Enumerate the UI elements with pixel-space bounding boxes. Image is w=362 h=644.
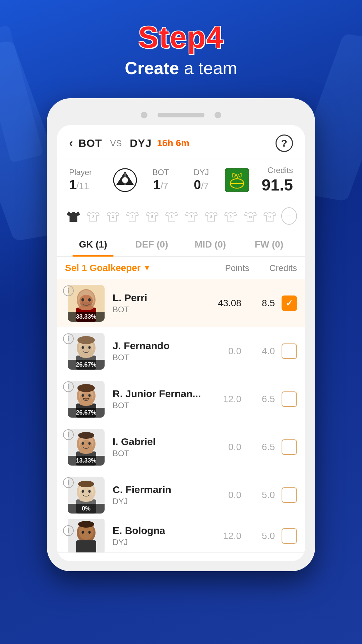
info-icon[interactable]: i <box>63 525 74 536</box>
svg-point-35 <box>79 353 93 358</box>
percentage-badge: 26.67% <box>68 408 105 418</box>
svg-text:2: 2 <box>92 215 94 219</box>
phone-mockup: ‹ BOT VS DYJ 16h 6m ? Player 1/11 <box>47 98 315 571</box>
credits-stat: Credits 91.5 <box>252 166 293 194</box>
svg-point-72 <box>78 521 94 528</box>
header-left: ‹ BOT VS DYJ 16h 6m <box>69 136 189 150</box>
filter-dropdown[interactable]: Sel 1 Goalkeeper ▼ <box>65 263 150 273</box>
player-credits: 6.5 <box>248 394 275 405</box>
player-checkbox[interactable] <box>282 391 297 407</box>
player-info: L. Perri BOT <box>113 292 201 314</box>
tab-gk[interactable]: GK (1) <box>64 231 122 256</box>
player-checkbox[interactable]: ✓ <box>282 296 297 311</box>
phone-screen: ‹ BOT VS DYJ 16h 6m ? Player 1/11 <box>57 125 305 561</box>
player-checkbox[interactable] <box>282 343 297 359</box>
column-headers: Points Credits <box>225 263 297 273</box>
jersey-remove-button[interactable]: − <box>281 207 297 225</box>
info-icon[interactable]: i <box>63 477 74 488</box>
player-info: I. Gabriel BOT <box>113 436 201 458</box>
jersey-3[interactable]: 3 <box>104 207 121 225</box>
player-row[interactable]: i E. Bologna <box>57 519 305 553</box>
filter-arrow-icon: ▼ <box>143 264 151 272</box>
info-icon[interactable]: i <box>63 429 74 440</box>
player-row[interactable]: i <box>57 375 305 423</box>
svg-point-71 <box>88 531 91 534</box>
bot-stat: BOT 1/7 <box>140 168 181 192</box>
player-team: BOT <box>113 353 201 362</box>
player-value: 1/11 <box>69 178 89 192</box>
svg-point-47 <box>77 384 95 392</box>
phone-notch <box>57 108 305 125</box>
svg-text:3: 3 <box>112 215 114 219</box>
jersey-8[interactable]: 8 <box>202 207 220 225</box>
svg-point-46 <box>88 394 91 397</box>
dyj-logo: DyJ <box>225 168 249 192</box>
player-name: I. Gabriel <box>113 436 201 447</box>
tab-def[interactable]: DEF (0) <box>122 231 181 256</box>
match-time: 16h 6m <box>157 138 189 149</box>
svg-point-38 <box>77 336 95 344</box>
step-title: Step4 <box>138 20 224 55</box>
svg-point-54 <box>82 442 84 445</box>
vs-label: VS <box>110 138 122 149</box>
info-icon[interactable]: i <box>63 285 74 296</box>
info-icon[interactable]: i <box>63 381 74 392</box>
help-button[interactable]: ? <box>276 135 293 152</box>
svg-text:5: 5 <box>151 215 153 219</box>
jersey-10[interactable]: 10 <box>242 207 259 225</box>
svg-rect-69 <box>76 540 96 553</box>
filter-row: Sel 1 Goalkeeper ▼ Points Credits <box>57 257 305 279</box>
team2-label: DYJ <box>130 137 152 150</box>
player-team: BOT <box>113 305 201 314</box>
svg-point-62 <box>79 497 93 502</box>
svg-text:6: 6 <box>171 215 173 219</box>
svg-point-70 <box>82 531 84 534</box>
player-points: 0.0 <box>201 442 241 452</box>
percentage-badge: 33.33% <box>68 312 105 322</box>
player-credits: 6.5 <box>248 442 275 452</box>
player-avatar <box>68 519 105 553</box>
player-row[interactable]: i <box>57 327 305 375</box>
credits-label: Credits <box>267 166 293 175</box>
player-row[interactable]: i <box>57 471 305 519</box>
svg-point-27 <box>81 298 84 302</box>
info-icon[interactable]: i <box>63 333 74 344</box>
player-credits: 5.0 <box>248 531 275 541</box>
stats-row: Player 1/11 BOT 1/7 <box>57 159 305 201</box>
player-checkbox[interactable] <box>282 439 297 455</box>
jersey-5[interactable]: 5 <box>143 207 161 225</box>
player-label: Player <box>69 168 92 177</box>
svg-text:7: 7 <box>190 215 192 219</box>
player-row[interactable]: i <box>57 423 305 471</box>
player-points: 0.0 <box>201 490 241 500</box>
jersey-6[interactable]: 6 <box>163 207 180 225</box>
player-credits: 4.0 <box>248 346 275 357</box>
svg-point-28 <box>88 298 91 302</box>
player-checkbox[interactable] <box>282 528 297 544</box>
player-team: BOT <box>113 449 201 458</box>
player-points: 0.0 <box>201 346 241 357</box>
svg-text:10: 10 <box>249 215 252 219</box>
svg-point-29 <box>80 302 92 307</box>
tab-mid[interactable]: MID (0) <box>181 231 240 256</box>
svg-point-55 <box>88 442 91 445</box>
jersey-4[interactable]: 4 <box>124 207 141 225</box>
svg-point-63 <box>82 490 84 493</box>
jersey-7[interactable]: 7 <box>183 207 200 225</box>
player-row[interactable]: i <box>57 279 305 327</box>
jersey-2[interactable]: 2 <box>85 207 102 225</box>
jersey-1[interactable] <box>65 207 82 225</box>
points-header: Points <box>225 263 249 273</box>
back-button[interactable]: ‹ <box>69 136 73 150</box>
player-info: R. Junior Fernan... BOT <box>113 388 201 410</box>
tab-fw[interactable]: FW (0) <box>240 231 298 256</box>
player-info: C. Fiermarin DYJ <box>113 484 201 506</box>
jersey-9[interactable]: 9 <box>222 207 239 225</box>
player-info: E. Bologna DYJ <box>113 525 201 547</box>
svg-point-45 <box>82 394 84 397</box>
jersey-11[interactable]: 11 <box>261 207 279 225</box>
bot-value: 1/7 <box>153 178 168 192</box>
player-team: DYJ <box>113 497 201 506</box>
jersey-row: 2 3 4 <box>57 201 305 231</box>
player-checkbox[interactable] <box>282 487 297 503</box>
